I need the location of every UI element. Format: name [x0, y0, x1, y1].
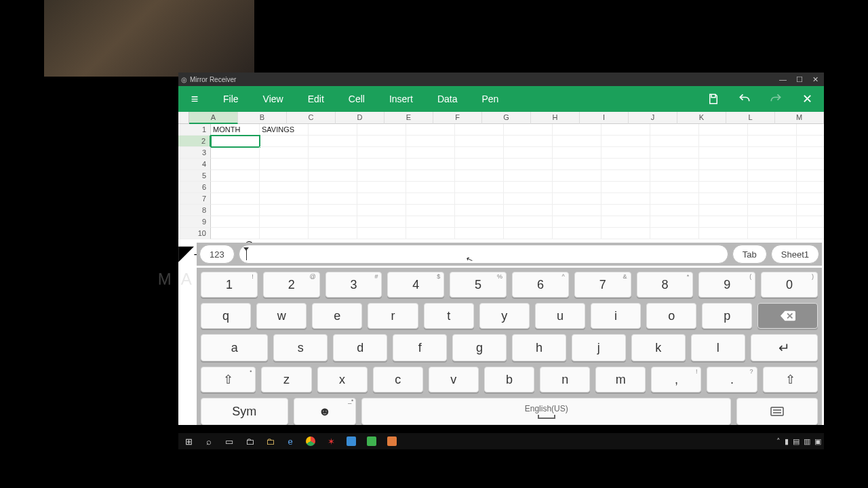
cell[interactable]: [455, 170, 504, 182]
cell[interactable]: [309, 124, 357, 136]
cell[interactable]: [650, 216, 699, 228]
cell[interactable]: [699, 136, 748, 147]
cell[interactable]: [504, 136, 553, 147]
cell[interactable]: [797, 182, 824, 193]
cell[interactable]: [309, 147, 357, 159]
search-icon[interactable]: ⌕: [201, 435, 216, 447]
cell[interactable]: [650, 228, 699, 239]
cell[interactable]: [455, 182, 504, 193]
minimize-button[interactable]: —: [779, 75, 787, 84]
key-3[interactable]: 3#: [326, 272, 382, 298]
undo-icon[interactable]: [737, 92, 752, 106]
cell[interactable]: [650, 182, 699, 193]
col-header-g[interactable]: G: [482, 112, 531, 124]
cell[interactable]: [455, 193, 504, 205]
key-enter[interactable]: ↵: [751, 334, 818, 361]
row-header[interactable]: 3: [178, 147, 211, 159]
cell[interactable]: [260, 136, 309, 147]
grid[interactable]: 1 MONTH SAVINGS 2 3 4 5 6 7 8 9 10: [178, 124, 824, 239]
cell[interactable]: [553, 182, 601, 193]
key-q[interactable]: q: [201, 303, 251, 329]
key-9[interactable]: 9(: [698, 272, 755, 298]
cell[interactable]: [504, 228, 553, 239]
cell[interactable]: [650, 170, 699, 182]
cell-input[interactable]: ↖: [239, 245, 728, 264]
menu-data[interactable]: Data: [437, 94, 458, 104]
tray-volume-icon[interactable]: ▥: [804, 437, 810, 446]
cell[interactable]: [211, 205, 260, 216]
cell[interactable]: [601, 147, 650, 159]
select-all-corner[interactable]: [178, 112, 189, 124]
cell[interactable]: [748, 170, 797, 182]
cell[interactable]: [211, 193, 260, 205]
key-f[interactable]: f: [393, 334, 447, 361]
folder-icon[interactable]: 🗀: [262, 435, 277, 447]
cell[interactable]: [699, 124, 748, 136]
col-header-m[interactable]: M: [775, 112, 824, 124]
cell[interactable]: [357, 147, 406, 159]
cell[interactable]: [406, 216, 455, 228]
menu-cell[interactable]: Cell: [349, 94, 365, 104]
cell[interactable]: [455, 136, 504, 147]
cell[interactable]: [211, 159, 260, 170]
row-header[interactable]: 10: [178, 228, 211, 239]
cell[interactable]: [504, 193, 553, 205]
key-x[interactable]: x: [317, 367, 368, 392]
cell[interactable]: [504, 205, 553, 216]
cell[interactable]: [601, 170, 650, 182]
file-explorer-icon[interactable]: 🗀: [242, 435, 257, 447]
key-,[interactable]: ,!: [651, 367, 701, 392]
key-o[interactable]: o: [646, 303, 696, 329]
cell[interactable]: [553, 159, 601, 170]
cell[interactable]: [211, 147, 260, 159]
key-u[interactable]: u: [535, 303, 585, 329]
cell[interactable]: [406, 124, 455, 136]
cell[interactable]: [650, 193, 699, 205]
cell[interactable]: [553, 216, 601, 228]
tray-chevron-icon[interactable]: ˄: [776, 437, 781, 446]
key-1[interactable]: 1!: [201, 272, 258, 298]
cell[interactable]: [309, 216, 357, 228]
cell[interactable]: [357, 170, 406, 182]
close-window-button[interactable]: ✕: [812, 75, 818, 84]
tray-wifi-icon[interactable]: ▤: [793, 437, 800, 446]
cell[interactable]: [650, 136, 699, 147]
cell[interactable]: [699, 159, 748, 170]
app-icon-green[interactable]: [364, 435, 379, 447]
row-header[interactable]: 1: [178, 124, 211, 136]
cell[interactable]: [406, 136, 455, 147]
cell[interactable]: [455, 228, 504, 239]
cell[interactable]: [699, 170, 748, 182]
cell[interactable]: [601, 205, 650, 216]
cell[interactable]: [748, 193, 797, 205]
col-header-j[interactable]: J: [629, 112, 677, 124]
cell[interactable]: [504, 147, 553, 159]
key-y[interactable]: y: [479, 303, 530, 329]
col-header-l[interactable]: L: [726, 112, 775, 124]
cell[interactable]: [748, 124, 797, 136]
cell[interactable]: [650, 205, 699, 216]
cell[interactable]: [601, 124, 650, 136]
cell[interactable]: [797, 205, 824, 216]
cell-b1[interactable]: SAVINGS: [260, 124, 309, 136]
cell[interactable]: [406, 170, 455, 182]
cell[interactable]: [748, 228, 797, 239]
cell[interactable]: [504, 182, 553, 193]
cell[interactable]: [357, 124, 406, 136]
key-a[interactable]: a: [201, 334, 268, 361]
key-r[interactable]: r: [368, 303, 418, 329]
cell[interactable]: [601, 193, 650, 205]
cell[interactable]: [797, 136, 824, 147]
sheet-tab[interactable]: Sheet1: [771, 245, 819, 264]
key-6[interactable]: 6^: [512, 272, 569, 298]
cell[interactable]: [748, 205, 797, 216]
col-header-f[interactable]: F: [433, 112, 482, 124]
app-icon-blue[interactable]: [344, 435, 359, 447]
tray-notification-icon[interactable]: ▣: [814, 437, 821, 446]
key-j[interactable]: j: [572, 334, 626, 361]
key-w[interactable]: w: [256, 303, 307, 329]
menu-view[interactable]: View: [263, 94, 283, 104]
row-header[interactable]: 5: [178, 170, 211, 182]
key-sym[interactable]: Sym: [201, 398, 288, 425]
key-h[interactable]: h: [512, 334, 566, 361]
